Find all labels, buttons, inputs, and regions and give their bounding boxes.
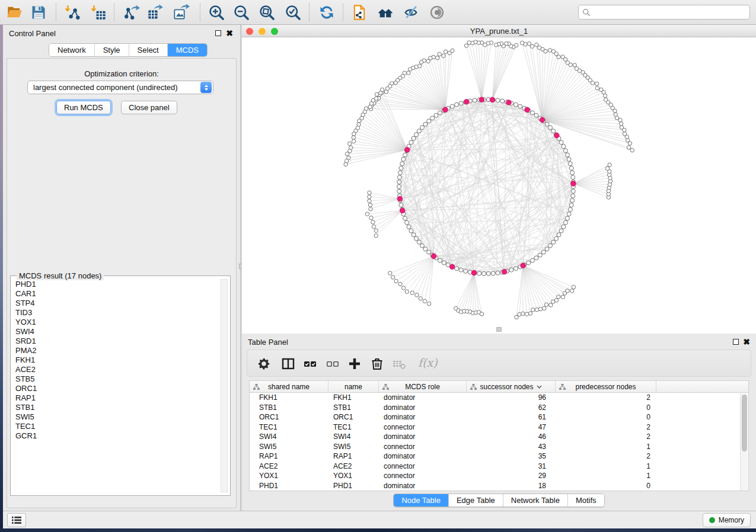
optimization-criterion-select[interactable]: largest connected component (undirected) [27,81,213,94]
cell[interactable]: TEC1 [328,423,379,431]
import-network-button[interactable] [62,2,82,23]
cell[interactable]: 35 [467,452,556,460]
cell[interactable]: FKH1 [250,393,328,402]
zoom-selected-button[interactable] [283,2,303,23]
tab-network[interactable]: Network [49,44,95,56]
zoom-fit-button[interactable] [257,2,277,23]
cell[interactable]: connector [379,472,467,480]
run-mcds-button[interactable]: Run MCDS [56,101,111,114]
column-header-MCDS-role[interactable]: MCDS role [379,381,467,392]
select-all-rows-button[interactable] [302,355,320,373]
hide-graphics-details-button[interactable] [401,2,421,23]
close-panel-button[interactable]: Close panel [121,101,177,114]
cell[interactable]: FKH1 [328,393,379,402]
cell[interactable]: dominator [379,452,467,460]
cell[interactable]: SWI5 [250,443,328,451]
mcds-result-list[interactable]: PHD1CAR1STP4TID3YOX1SWI4SRD1PMA2FKH1ACE2… [11,280,220,492]
mcds-result-item[interactable]: STB5 [11,374,220,384]
share-network-document-button[interactable] [349,2,369,23]
mcds-result-item[interactable]: PMA2 [11,346,220,355]
delete-columns-button[interactable] [369,355,387,373]
mcds-result-item[interactable]: GCR1 [11,431,220,441]
import-table-button[interactable] [88,2,109,23]
cell[interactable]: ORC1 [250,413,328,421]
table-row[interactable]: PHD1PHD1dominator180 [250,481,748,491]
mcds-result-scrollbar[interactable] [221,279,228,492]
cell[interactable]: connector [379,462,467,470]
cell[interactable]: dominator [379,432,467,441]
cell[interactable]: 2 [556,452,656,460]
mcds-result-item[interactable]: STB1 [11,403,220,412]
control-panel-float-button[interactable] [214,29,222,37]
column-header-name[interactable]: name [328,381,379,392]
cell[interactable]: dominator [379,413,467,421]
mcds-result-item[interactable]: ORC1 [11,384,220,393]
tab-mcds[interactable]: MCDS [168,44,207,56]
mcds-result-item[interactable]: FKH1 [11,355,220,365]
open-session-button[interactable] [5,2,25,23]
table-row[interactable]: SWI4SWI4dominator462 [250,432,748,442]
export-table-button[interactable] [145,2,165,23]
table-row[interactable]: ORC1ORC1dominator610 [250,412,748,422]
cell[interactable]: 1 [556,443,656,451]
deselect-all-rows-button[interactable] [324,355,342,373]
cell[interactable]: connector [379,423,467,431]
column-header-successor-nodes[interactable]: successor nodes [467,381,556,392]
show-graphics-details-button[interactable] [427,2,447,23]
cell[interactable]: PHD1 [250,482,328,490]
cell[interactable]: 96 [467,393,556,402]
function-builder-button[interactable]: f(x) [418,356,438,369]
cell[interactable]: 31 [467,462,556,470]
show-task-history-button[interactable] [7,513,26,527]
cell[interactable]: 62 [467,403,556,412]
cell[interactable]: connector [379,443,467,451]
mcds-result-item[interactable]: SRD1 [11,336,220,346]
tab-node-table[interactable]: Node Table [394,494,449,507]
network-canvas[interactable] [242,37,756,334]
export-image-button[interactable] [171,2,192,23]
cell[interactable]: 29 [467,472,556,480]
cell[interactable]: 46 [467,432,556,441]
cell[interactable]: YOX1 [250,472,328,480]
network-home-button[interactable] [375,2,395,23]
zoom-out-button[interactable] [231,2,251,23]
cell[interactable]: SWI4 [250,432,328,441]
table-row[interactable]: SWI5SWI5connector431 [250,442,748,452]
export-network-button[interactable] [122,2,142,23]
table-row[interactable]: STB1STB1dominator620 [250,403,748,413]
mcds-result-item[interactable]: STP4 [11,299,220,308]
cell[interactable]: ACE2 [328,462,379,470]
cell[interactable]: RAP1 [250,452,328,460]
cell[interactable]: STB1 [250,403,328,412]
mcds-result-item[interactable]: TID3 [11,308,220,318]
table-row[interactable]: ACE2ACE2connector311 [250,462,748,472]
tab-network-table[interactable]: Network Table [503,494,568,507]
refresh-layout-button[interactable] [317,2,337,23]
cell[interactable]: dominator [379,393,467,402]
cell[interactable]: 1 [556,462,656,470]
search-input[interactable] [591,7,746,17]
cell[interactable]: TEC1 [250,423,328,431]
tab-style[interactable]: Style [95,44,129,56]
tab-edge-table[interactable]: Edge Table [449,494,503,507]
table-options-button[interactable] [256,355,273,373]
column-header-shared-name[interactable]: shared name [250,381,328,392]
mcds-result-item[interactable]: SWI5 [11,412,220,422]
network-graph[interactable] [242,37,756,334]
memory-button[interactable]: Memory [703,513,751,527]
mcds-result-item[interactable]: SWI4 [11,327,220,336]
cell[interactable]: SWI4 [328,432,379,441]
cell[interactable]: PHD1 [328,482,379,490]
delete-table-button[interactable] [391,355,409,373]
cell[interactable]: RAP1 [328,452,379,460]
cell[interactable]: dominator [379,482,467,490]
cell[interactable]: 0 [556,482,656,490]
table-panel-float-button[interactable] [732,338,740,346]
mcds-result-item[interactable]: CAR1 [11,289,220,299]
cell[interactable]: dominator [379,403,467,412]
tab-motifs[interactable]: Motifs [568,494,604,507]
horizontal-splitter-handle[interactable] [496,327,502,332]
mcds-result-item[interactable]: RAP1 [11,393,220,403]
cell[interactable]: YOX1 [328,472,379,480]
network-window-titlebar[interactable]: YPA_prune.txt_1 [242,25,756,37]
